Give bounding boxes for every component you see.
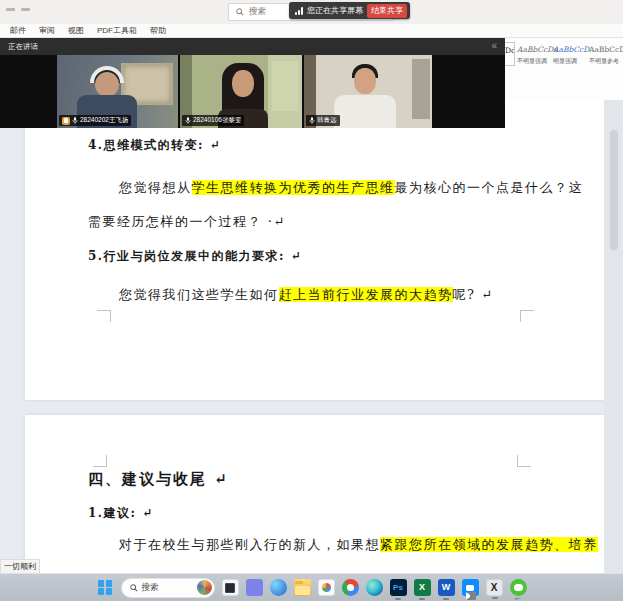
person-torso (334, 95, 396, 128)
style-item[interactable]: AaBbCcDs不明显强调 (517, 42, 551, 66)
style-name: 不明显强调 (517, 57, 551, 66)
participant-label: 韩青远 (306, 115, 340, 126)
search-icon (236, 8, 244, 16)
mic-icon (185, 117, 191, 124)
app-glyph: W (442, 583, 451, 592)
edge-icon[interactable] (366, 579, 383, 596)
taskbar-search-label: 搜索 (142, 582, 193, 594)
text-segment: 1.建议: ↵ (88, 506, 154, 520)
margin-mark (93, 455, 107, 467)
meeting-icon[interactable] (462, 579, 479, 596)
person-head (354, 68, 376, 94)
style-preview-text: AaBbCcD (589, 45, 623, 54)
wechat-icon[interactable] (510, 579, 527, 596)
text-segment: 最为核心的一个点是什么？这 (395, 180, 584, 195)
taskbar-search[interactable]: 搜索 (121, 578, 215, 598)
style-preview-text: AaBbCcD (553, 45, 587, 54)
margin-mark (520, 310, 534, 322)
participant-label: 28240106张黎雯 (182, 115, 244, 126)
ribbon-tab[interactable]: 邮件 (10, 25, 26, 36)
highlighted-text: 紧跟您所在领域的发展趋势、培养 (380, 537, 598, 552)
end-share-button[interactable]: 结束共享 (367, 4, 407, 18)
app-glyph: Ps (393, 584, 403, 592)
share-status-text: 您正在共享屏幕 (307, 5, 363, 16)
ribbon-tab[interactable]: 审阅 (39, 25, 55, 36)
background-decor (272, 61, 298, 111)
participant-name: 28240106张黎雯 (193, 116, 241, 125)
photos-icon[interactable] (318, 579, 335, 596)
ribbon-tab[interactable]: 帮助 (150, 25, 166, 36)
highlighted-text: 学生思维转换为优秀的生产思维 (192, 180, 395, 195)
text-segment: 5.行业与岗位发展中的能力要求: ↵ (88, 249, 302, 263)
ribbon-tab[interactable]: PDF工具箱 (97, 25, 137, 36)
style-preview-text: AaBbCcDs (517, 45, 551, 54)
search-label: 搜索 (249, 6, 266, 18)
background-decor (412, 59, 430, 119)
task-view-icon[interactable] (222, 579, 239, 596)
document-line: 四、建议与收尾 ↵ (88, 415, 586, 488)
participant-name: 韩青远 (317, 116, 337, 125)
participant-video[interactable]: 韩青远 (304, 55, 432, 128)
video-thumbnails-strip: 28240202王飞扬28240106张黎雯韩青远 (0, 55, 505, 128)
text-segment: 4.思维模式的转变: ↵ (88, 138, 221, 152)
quick-access-toolbar[interactable] (6, 8, 30, 11)
document-line: 5.行业与岗位发展中的能力要求: ↵ (88, 248, 586, 265)
teams-icon[interactable] (246, 579, 263, 596)
text-segment: 呢? ↵ (453, 287, 494, 302)
word-icon[interactable]: W (438, 579, 455, 596)
chrome-icon[interactable] (342, 579, 359, 596)
text-segment: 四、建议与收尾 ↵ (88, 470, 229, 488)
meeting-video-overlay: 正在讲话 « 28240202王飞扬28240106张黎雯韩青远 (0, 38, 505, 128)
document-line: 您觉得想从学生思维转换为优秀的生产思维最为核心的一个点是什么？这 (88, 179, 586, 196)
participant-video[interactable]: 28240106张黎雯 (180, 55, 302, 128)
speaking-bar: 正在讲话 « (0, 38, 505, 55)
text-segment: 您觉得我们这些学生如何 (119, 287, 279, 302)
scrollbar[interactable] (604, 100, 623, 573)
ribbon-tab[interactable]: 视图 (68, 25, 84, 36)
document-line: 您觉得我们这些学生如何赶上当前行业发展的大趋势呢? ↵ (88, 286, 586, 303)
ribbon-tab-bar: 邮件审阅视图PDF工具箱帮助 (0, 24, 623, 38)
x-icon[interactable]: X (486, 579, 503, 596)
participant-name: 28240202王飞扬 (80, 116, 128, 125)
document-line: 需要经历怎样的一个过程？ ·↵ (88, 213, 586, 230)
scrollbar-thumb[interactable] (610, 130, 618, 250)
floating-caption: 一切顺利 (0, 559, 40, 574)
start-button[interactable] (97, 579, 114, 596)
copilot-icon[interactable] (270, 579, 287, 596)
style-item[interactable]: AaBbCcD明显强调 (553, 42, 587, 66)
participant-label: 28240202王飞扬 (59, 115, 131, 126)
style-name: 不明显参考 (589, 57, 623, 66)
mic-icon (309, 117, 315, 124)
search-icon (130, 584, 138, 592)
mic-icon (72, 117, 78, 124)
file-explorer-icon[interactable] (294, 579, 311, 596)
signal-icon (295, 7, 303, 15)
app-glyph: X (491, 583, 498, 593)
search-highlight-image[interactable] (197, 580, 212, 595)
collapse-chevrons-icon[interactable]: « (491, 40, 497, 51)
document-page-1: 4.思维模式的转变: ↵您觉得想从学生思维转换为优秀的生产思维最为核心的一个点是… (25, 100, 604, 400)
text-segment: 您觉得想从 (119, 180, 192, 195)
document-page-2: 四、建议与收尾 ↵1.建议: ↵对于在校生与那些刚入行的新人，如果想紧跟您所在领… (25, 415, 604, 573)
raised-hand-icon (62, 117, 70, 125)
photoshop-icon[interactable]: Ps (390, 579, 407, 596)
style-item[interactable]: AaBbCcD不明显参考 (589, 42, 623, 66)
participant-video[interactable]: 28240202王飞扬 (57, 55, 178, 128)
taskbar: 搜索 PsXWX (0, 573, 623, 601)
style-item-partial[interactable]: Dd (505, 42, 515, 66)
document-line: 对于在校生与那些刚入行的新人，如果想紧跟您所在领域的发展趋势、培养 (88, 536, 586, 553)
document-line: 1.建议: ↵ (88, 505, 586, 522)
screen: 4.思维模式的转变: ↵您觉得想从学生思维转换为优秀的生产思维最为核心的一个点是… (0, 0, 623, 601)
style-gallery: Dd AaBbCcDs不明显强调AaBbCcD明显强调AaBbCcD不明显参考 (505, 38, 623, 100)
excel-icon[interactable]: X (414, 579, 431, 596)
screen-share-banner: 您正在共享屏幕 结束共享 (289, 2, 410, 19)
highlighted-text: 赶上当前行业发展的大趋势 (279, 287, 453, 302)
margin-mark (97, 310, 111, 322)
speaking-label: 正在讲话 (8, 42, 38, 52)
person-head (232, 70, 254, 97)
document-area: 4.思维模式的转变: ↵您觉得想从学生思维转换为优秀的生产思维最为核心的一个点是… (0, 100, 623, 573)
style-name: 明显强调 (553, 57, 587, 66)
margin-mark (517, 455, 531, 467)
app-glyph: X (419, 583, 425, 592)
text-segment: 对于在校生与那些刚入行的新人，如果想 (119, 537, 380, 552)
